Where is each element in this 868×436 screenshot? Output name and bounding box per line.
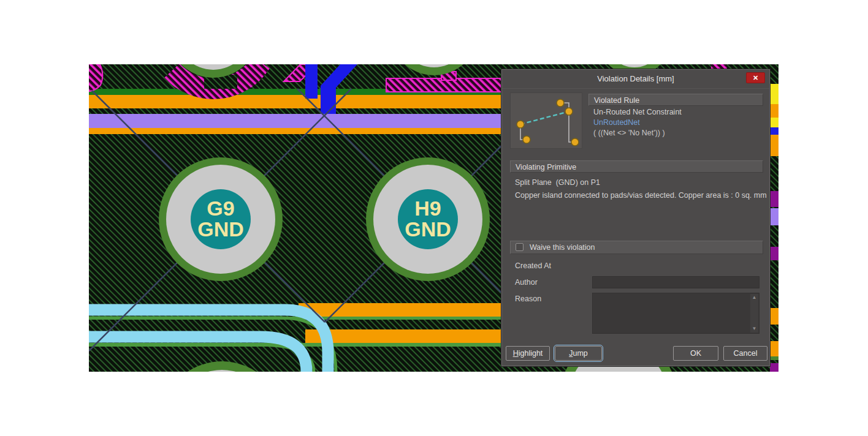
highlight-rest: ighlight [519, 349, 543, 358]
author-input[interactable] [592, 276, 760, 288]
violating-primitive-header: Violating Primitive [510, 160, 763, 173]
highlight-button[interactable]: Highlight [506, 346, 550, 361]
fragment-blue[interactable] [770, 127, 779, 135]
fragment-orange-2[interactable] [770, 135, 779, 156]
ok-button[interactable]: OK [673, 346, 718, 361]
pad-h9-net: GND [405, 217, 451, 241]
trace-orange-low-right[interactable] [305, 329, 503, 343]
waive-violation-bar: Waive this violation [510, 241, 763, 254]
trace-purple[interactable] [89, 114, 503, 128]
fragment-orange-1[interactable] [770, 104, 779, 118]
close-icon[interactable]: ✕ [746, 72, 765, 83]
highlight-accel: H [513, 349, 519, 358]
trace-orange-top[interactable] [89, 95, 503, 108]
cancel-button[interactable]: Cancel [723, 346, 767, 361]
magenta-fragment-top[interactable] [711, 64, 727, 69]
jump-button[interactable]: Jump [555, 346, 602, 361]
rule-expression: ( ((Net <> 'No Net')) ) [593, 129, 665, 137]
pad-g9-net: GND [197, 217, 244, 241]
scroll-up-icon[interactable]: ▲ [750, 294, 758, 301]
author-label: Author [515, 278, 538, 287]
fragment-yellow-1[interactable] [770, 84, 779, 104]
fragment-orange-4[interactable] [770, 341, 779, 358]
reason-scrollbar[interactable]: ▲ ▼ [750, 294, 758, 333]
app-window: G9 GND H9 GND [0, 0, 868, 436]
trace-orange-thin[interactable] [89, 128, 503, 134]
trace-orange-mid-right[interactable] [299, 303, 503, 317]
reason-textarea[interactable]: ▲ ▼ [592, 293, 760, 334]
violation-details-dialog: Violation Details [mm] ✕ Violated Rule U… [501, 69, 770, 366]
fragment-green[interactable] [770, 356, 779, 360]
pad-g9-center[interactable]: G9 GND [191, 189, 251, 249]
fragment-lightpurple[interactable] [770, 208, 779, 225]
fragment-darkmagenta-1[interactable] [770, 191, 779, 207]
waive-label[interactable]: Waive this violation [530, 241, 595, 254]
pad-h9-center[interactable]: H9 GND [398, 189, 458, 249]
jump-rest: ump [573, 349, 587, 358]
blue-trace-1[interactable] [305, 64, 318, 99]
rule-link[interactable]: UnRoutedNet [593, 118, 640, 127]
fragment-darkmagenta-2[interactable] [770, 247, 779, 260]
reason-label: Reason [515, 295, 541, 303]
violated-rule-header: Violated Rule [588, 94, 763, 106]
violation-type-icon [510, 92, 582, 149]
copper-island-description: Copper island connected to pads/vias det… [515, 191, 767, 200]
created-at-label: Created At [515, 261, 551, 270]
pad-h9-designator: H9 [414, 197, 441, 220]
fragment-darkmagenta-3[interactable] [770, 363, 779, 372]
pad-g9-designator: G9 [207, 197, 234, 220]
primitive-description: Split Plane (GND) on P1 [515, 178, 600, 187]
fragment-yellow-2[interactable] [770, 118, 779, 127]
net-node-dots [517, 99, 579, 146]
rule-name: Un-Routed Net Constraint [593, 108, 682, 116]
dialog-title: Violation Details [mm] [502, 70, 769, 89]
fragment-orange-3[interactable] [770, 308, 779, 325]
unrouted-connection-dashed-line [520, 111, 569, 124]
scroll-down-icon[interactable]: ▼ [750, 325, 758, 333]
waive-checkbox[interactable] [516, 243, 523, 251]
